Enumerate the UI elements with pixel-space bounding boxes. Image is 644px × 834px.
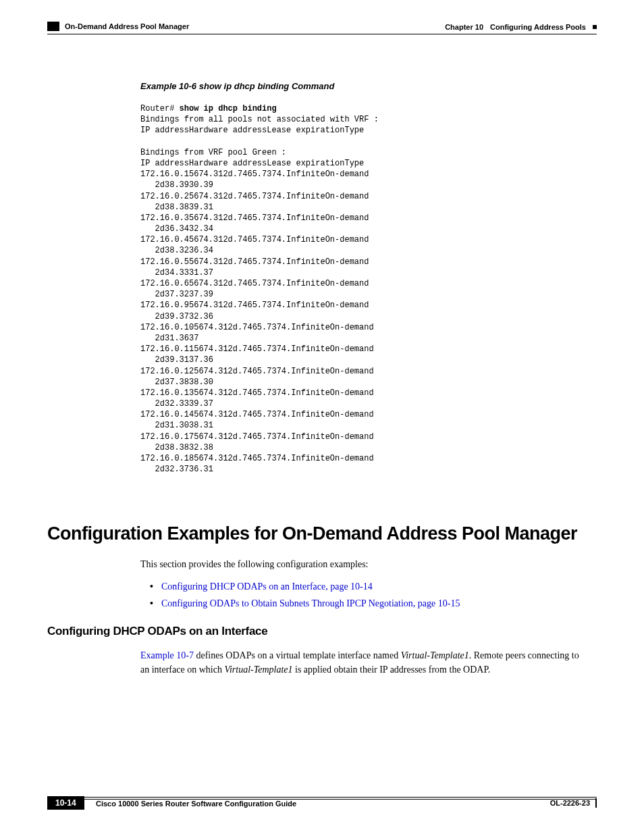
header-marker-icon <box>47 22 59 31</box>
doc-id: OL-2226-23 <box>550 799 590 807</box>
section-title: On-Demand Address Pool Manager <box>65 22 189 30</box>
prompt: Router# <box>140 104 180 113</box>
heading-1: Configuration Examples for On-Demand Add… <box>47 523 590 544</box>
list-item: • Configuring ODAPs to Obtain Subnets Th… <box>150 595 590 612</box>
bullet-icon: • <box>150 578 153 595</box>
footer-bar: 10-14 OL-2226-23 <box>47 796 597 810</box>
header-rule <box>47 34 597 34</box>
header-left: On-Demand Address Pool Manager <box>47 22 189 31</box>
code-output: Bindings from all pools not associated w… <box>140 115 379 474</box>
subsection-body: Example 10-7 defines ODAPs on a virtual … <box>140 648 590 683</box>
vt-name: Virtual-Template1 <box>401 650 469 660</box>
text: is applied obtain their IP addresses fro… <box>293 664 491 675</box>
section-intro: This section provides the following conf… <box>140 557 590 612</box>
link-config-odaps-ipcp[interactable]: Configuring ODAPs to Obtain Subnets Thro… <box>161 595 460 612</box>
header-end-marker-icon <box>593 25 597 29</box>
footer-left: 10-14 <box>47 796 84 810</box>
footer-end-marker-icon <box>595 798 597 808</box>
bullet-list: • Configuring DHCP ODAPs on an Interface… <box>150 578 590 612</box>
header-right: Chapter 10 Configuring Address Pools <box>445 23 597 31</box>
chapter-title: Configuring Address Pools <box>490 23 586 31</box>
link-example-10-7[interactable]: Example 10-7 <box>140 650 194 660</box>
chapter-label: Chapter 10 <box>445 23 483 31</box>
heading-2: Configuring DHCP ODAPs on an Interface <box>47 625 590 638</box>
text: defines ODAPs on a virtual template inte… <box>194 650 401 660</box>
command: show ip dhcp binding <box>180 104 277 113</box>
footer-right: OL-2226-23 <box>550 798 597 808</box>
example-caption: Example 10-6 show ip dhcp binding Comman… <box>140 81 590 91</box>
code-block: Router# show ip dhcp binding Bindings fr… <box>140 103 590 475</box>
bullet-icon: • <box>150 595 153 612</box>
footer-bar-wrap: 10-14 OL-2226-23 <box>47 796 597 810</box>
page-header: On-Demand Address Pool Manager Chapter 1… <box>47 22 597 31</box>
page-number: 10-14 <box>47 796 84 810</box>
list-item: • Configuring DHCP ODAPs on an Interface… <box>150 578 590 595</box>
paragraph: Example 10-7 defines ODAPs on a virtual … <box>140 648 590 677</box>
intro-lead: This section provides the following conf… <box>140 557 590 571</box>
vt-name: Virtual-Template1 <box>224 664 292 675</box>
main-content: Example 10-6 show ip dhcp binding Comman… <box>140 81 590 502</box>
link-config-dhcp-odaps[interactable]: Configuring DHCP ODAPs on an Interface, … <box>161 578 373 595</box>
